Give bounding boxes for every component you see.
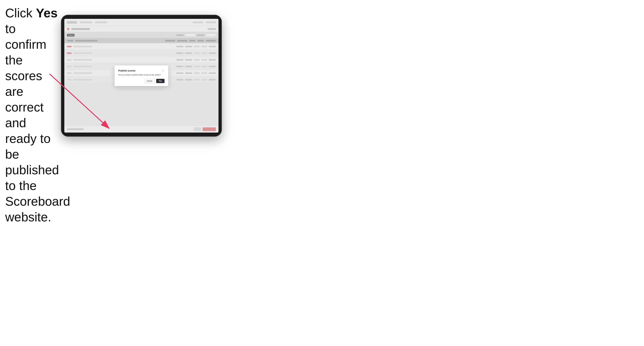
modal-body-text: Are you ready to publish these scores to… — [118, 74, 164, 76]
modal-footer: Cancel Yes — [118, 79, 164, 83]
app-ui: Scores — [64, 19, 218, 133]
instruction-bold: Yes — [36, 6, 58, 20]
modal-cancel-button[interactable]: Cancel — [144, 79, 155, 83]
modal-dialog: Publish scores × Are you ready to publis… — [114, 65, 168, 86]
instruction-rest: to confirm the scores are correct and re… — [5, 22, 70, 224]
tablet-screen: Scores — [64, 19, 218, 133]
tablet-device: Scores — [61, 15, 222, 137]
modal-overlay: Publish scores × Are you ready to publis… — [64, 19, 218, 133]
instruction-text: Click Yes to confirm the scores are corr… — [5, 5, 59, 225]
modal-header: Publish scores × — [118, 69, 164, 72]
modal-title: Publish scores — [118, 69, 135, 72]
modal-close-button[interactable]: × — [162, 69, 164, 72]
modal-yes-button[interactable]: Yes — [156, 79, 164, 83]
